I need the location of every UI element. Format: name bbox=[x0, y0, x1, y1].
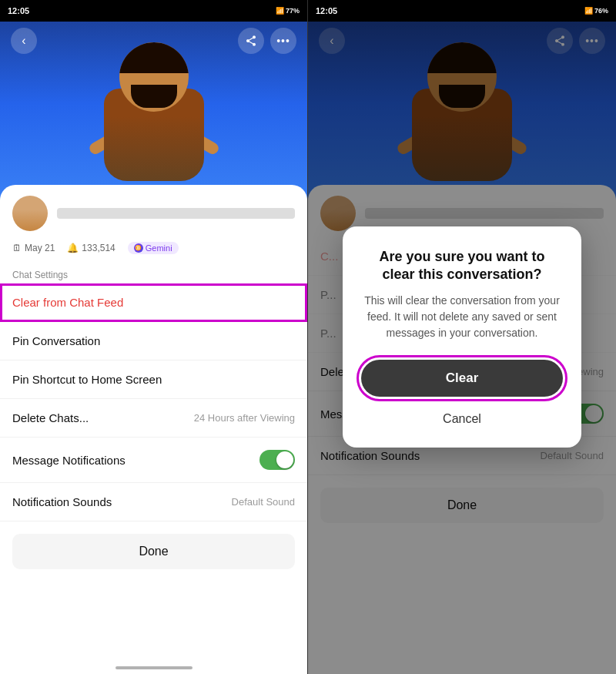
left-toggle-thumb bbox=[276, 451, 293, 468]
left-share-button[interactable] bbox=[238, 28, 264, 54]
left-time: 12:05 bbox=[8, 6, 29, 15]
left-avatar-header: ‹ ••• bbox=[0, 0, 307, 208]
left-stats-row: 🗓 May 21 🔔 133,514 ♊ Gemini bbox=[0, 239, 307, 263]
modal-body: This will clear the conversation from yo… bbox=[361, 293, 563, 341]
left-bitmoji bbox=[89, 42, 219, 181]
left-delete-chats-label: Delete Chats... bbox=[12, 411, 89, 424]
left-sounds-label: Notification Sounds bbox=[12, 495, 112, 508]
left-phone-panel: 12:05 📶 77% ‹ ••• bbox=[0, 0, 308, 674]
left-pin-shortcut-label: Pin Shortcut to Home Screen bbox=[12, 373, 162, 386]
left-more-button[interactable]: ••• bbox=[270, 28, 296, 54]
modal-title: Are you sure you want to clear this conv… bbox=[361, 248, 563, 284]
left-back-button[interactable]: ‹ bbox=[11, 28, 37, 54]
left-done-button[interactable]: Done bbox=[12, 534, 295, 569]
right-status-bar: 12:05 📶 76% bbox=[308, 0, 616, 22]
left-section-label: Chat Settings bbox=[0, 263, 307, 283]
fire-icon: 🔔 bbox=[67, 243, 79, 253]
modal-clear-button[interactable]: Clear bbox=[361, 360, 563, 397]
gemini-icon: ♊ bbox=[134, 243, 143, 253]
left-home-bar bbox=[116, 666, 192, 669]
left-delete-chats-item[interactable]: Delete Chats... 24 Hours after Viewing bbox=[0, 399, 307, 438]
left-clear-from-chat-feed-item[interactable]: Clear from Chat Feed bbox=[0, 283, 307, 322]
right-status-icons: 📶 76% bbox=[584, 7, 608, 15]
modal-overlay: Are you sure you want to clear this conv… bbox=[308, 0, 616, 674]
left-pin-shortcut-item[interactable]: Pin Shortcut to Home Screen bbox=[0, 360, 307, 399]
bitmoji-hair bbox=[119, 42, 189, 73]
left-pin-conv-label: Pin Conversation bbox=[12, 334, 100, 347]
left-notifications-toggle[interactable] bbox=[259, 450, 295, 470]
left-top-right: ••• bbox=[238, 28, 296, 54]
calendar-icon: 🗓 bbox=[12, 243, 22, 253]
left-bottom-sheet: 🗓 May 21 🔔 133,514 ♊ Gemini Chat Setting… bbox=[0, 185, 307, 674]
left-bitmoji-figure bbox=[85, 39, 223, 185]
date-stat: 🗓 May 21 bbox=[12, 243, 55, 253]
bitmoji-head bbox=[119, 42, 189, 112]
score-stat: 🔔 133,514 bbox=[67, 243, 115, 253]
left-profile-avatar bbox=[12, 196, 48, 231]
left-status-icons: 📶 77% bbox=[276, 7, 300, 15]
left-notifications-label: Message Notifications bbox=[12, 454, 126, 467]
left-delete-chats-value: 24 Hours after Viewing bbox=[194, 412, 295, 424]
left-profile-row bbox=[0, 185, 307, 239]
left-status-bar: 12:05 📶 77% bbox=[0, 0, 307, 22]
clear-confirmation-modal: Are you sure you want to clear this conv… bbox=[343, 226, 581, 448]
left-sounds-value: Default Sound bbox=[232, 496, 295, 508]
left-profile-name bbox=[57, 208, 295, 219]
left-sounds-item[interactable]: Notification Sounds Default Sound bbox=[0, 483, 307, 521]
right-phone-panel: 12:05 📶 76% ‹ ••• bbox=[308, 0, 616, 674]
gemini-badge: ♊ Gemini bbox=[128, 242, 179, 254]
bitmoji-beard bbox=[131, 85, 177, 108]
left-notifications-item[interactable]: Message Notifications bbox=[0, 438, 307, 483]
modal-cancel-button[interactable]: Cancel bbox=[361, 406, 563, 432]
share-icon bbox=[245, 35, 257, 47]
left-pin-conversation-item[interactable]: Pin Conversation bbox=[0, 322, 307, 360]
left-clear-label: Clear from Chat Feed bbox=[12, 296, 123, 309]
right-time: 12:05 bbox=[316, 6, 337, 15]
